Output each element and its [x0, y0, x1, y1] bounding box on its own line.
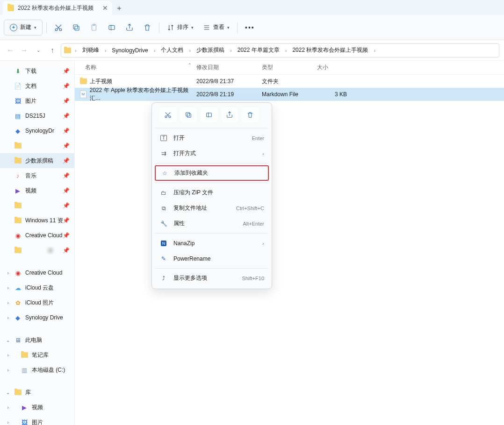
sidebar-item[interactable]: ♪ 音乐 📌: [0, 168, 74, 183]
pic-icon: 🖼: [14, 97, 22, 105]
context-menu-item[interactable]: ⤴ 显示更多选项 Shift+F10: [155, 270, 269, 286]
context-menu-item[interactable]: ✎ PowerRename: [155, 251, 269, 266]
chevron-down-icon[interactable]: ⌄: [5, 390, 11, 395]
sidebar-item[interactable]: ◉ Creative Cloud 📌: [0, 228, 74, 243]
breadcrumb-item[interactable]: 刘晓峰: [80, 45, 101, 56]
breadcrumb-item[interactable]: 2022 秋季发布会外媒上手视频: [290, 45, 370, 56]
sidebar-item[interactable]: ▶ 视频 📌: [0, 183, 74, 198]
md-icon: M: [79, 91, 87, 98]
menu-icon: 🗀: [159, 189, 168, 197]
sidebar-thispc[interactable]: ⌄ 🖥 此电脑: [0, 333, 74, 347]
up-button[interactable]: ↑: [47, 43, 58, 57]
menu-label: 复制文件地址: [173, 204, 230, 212]
sidebar-label: iCloud 照片: [25, 299, 74, 307]
context-menu-quick-actions: [155, 106, 269, 126]
column-header-size[interactable]: 大小: [317, 64, 354, 71]
file-row[interactable]: M2022 年 Apple 秋季发布会外媒上手视频汇… 2022/9/8 21:…: [75, 88, 504, 101]
sidebar-item[interactable]: ⬇ 下载 📌: [0, 64, 74, 78]
icphoto-icon: ✿: [14, 299, 22, 306]
sidebar-group[interactable]: › ✿ iCloud 照片: [0, 295, 74, 310]
sidebar-item[interactable]: 🖼 图片 📌: [0, 93, 74, 108]
more-button[interactable]: •••: [241, 19, 259, 36]
list-icon: [203, 24, 210, 31]
svg-rect-3: [73, 25, 78, 29]
context-menu-item[interactable]: ⇉ 打开方式 ›: [155, 146, 269, 161]
context-menu-item[interactable]: ☆ 添加到收藏夹: [155, 165, 269, 181]
folder-icon: [14, 142, 22, 149]
chevron-right-icon[interactable]: ›: [5, 285, 11, 290]
context-menu-item[interactable]: N NanaZip ›: [155, 235, 269, 251]
sidebar-item[interactable]: › ▥ 本地磁盘 (C:): [0, 362, 74, 377]
sidebar-item[interactable]: 📌: [0, 198, 74, 213]
chevron-right-icon[interactable]: ›: [5, 270, 11, 276]
context-menu-item[interactable]: T 打开 Enter: [155, 130, 269, 146]
close-tab-button[interactable]: ✕: [101, 4, 108, 12]
breadcrumb-item[interactable]: 2022 年单篇文章: [236, 45, 281, 56]
separator: [46, 22, 47, 33]
chevron-down-icon[interactable]: ⌄: [5, 338, 11, 343]
share-button[interactable]: [221, 107, 238, 122]
pin-icon: 📌: [63, 157, 70, 164]
breadcrumb-item[interactable]: 少数派撰稿: [194, 45, 226, 56]
sidebar-label: Creative Cloud: [25, 269, 74, 276]
context-menu-item[interactable]: 🔧 属性 Alt+Enter: [155, 216, 269, 231]
breadcrumb-item[interactable]: SynologyDrive: [110, 46, 150, 55]
sidebar-item[interactable]: 少数派撰稿 📌: [0, 153, 74, 168]
cut-button[interactable]: [50, 19, 66, 36]
recent-dropdown[interactable]: ⌄: [33, 43, 44, 57]
separator: [237, 22, 238, 33]
context-menu-item[interactable]: ⧉ 复制文件地址 Ctrl+Shift+C: [155, 200, 269, 216]
sidebar-item[interactable]: › ▶ 视频: [0, 400, 74, 415]
breadcrumb-item[interactable]: 个人文档: [159, 45, 185, 56]
copy-button[interactable]: [68, 19, 84, 36]
sidebar-group[interactable]: › ☁ iCloud 云盘: [0, 280, 74, 295]
sidebar-item[interactable]: ▤ DS215J 📌: [0, 108, 74, 123]
active-tab[interactable]: 2022 秋季发布会外媒上手视频 ✕: [3, 1, 112, 15]
view-button[interactable]: 查看 ▾: [199, 19, 233, 36]
sidebar-item[interactable]: 📌: [0, 138, 74, 153]
sidebar-item[interactable]: 接 📌: [0, 243, 74, 258]
column-header-type[interactable]: 类型: [262, 64, 317, 71]
sort-button[interactable]: 排序 ▾: [163, 19, 197, 36]
back-button[interactable]: ←: [5, 43, 16, 57]
sidebar-library[interactable]: ⌄ 库: [0, 385, 74, 400]
rename-button[interactable]: [201, 107, 217, 122]
file-row[interactable]: 上手视频 2022/9/8 21:37 文件夹: [75, 75, 504, 88]
context-menu-item[interactable]: 🗀 压缩为 ZIP 文件: [155, 185, 269, 200]
column-header-name[interactable]: 名称⌃: [75, 64, 196, 71]
delete-button[interactable]: [242, 107, 259, 122]
context-menu: T 打开 Enter ⇉ 打开方式 › ☆ 添加到收藏夹 🗀 压缩为 ZIP 文…: [151, 102, 272, 289]
new-tab-button[interactable]: +: [112, 2, 126, 15]
breadcrumb[interactable]: › 刘晓峰 › SynologyDrive › 个人文档 › 少数派撰稿 › 2…: [61, 43, 499, 57]
copy-button[interactable]: [180, 107, 197, 122]
sidebar-item[interactable]: › 🖼 图片: [0, 415, 74, 425]
sidebar-group[interactable]: › ◉ Creative Cloud: [0, 265, 74, 280]
paste-button[interactable]: [86, 19, 102, 36]
chevron-right-icon[interactable]: ›: [5, 368, 11, 373]
chevron-right-icon: ›: [103, 48, 108, 53]
chevron-right-icon[interactable]: ›: [5, 353, 11, 358]
file-type: Markdown File: [262, 91, 317, 98]
cut-button[interactable]: [159, 107, 176, 122]
sidebar-item[interactable]: › 笔记库: [0, 347, 74, 362]
separator: [156, 268, 268, 269]
delete-button[interactable]: [139, 19, 155, 36]
chevron-right-icon[interactable]: ›: [5, 315, 11, 320]
chevron-right-icon[interactable]: ›: [5, 300, 11, 305]
chevron-right-icon: ›: [262, 241, 264, 246]
pin-icon: 📌: [63, 187, 70, 194]
pin-icon: 📌: [63, 113, 70, 119]
sidebar-item[interactable]: ◆ SynologyDr 📌: [0, 123, 74, 138]
folder-icon: [14, 247, 22, 254]
forward-button[interactable]: →: [19, 43, 30, 57]
column-header-date[interactable]: 修改日期: [196, 64, 262, 71]
chevron-right-icon[interactable]: ›: [5, 420, 11, 425]
sidebar-group[interactable]: › ◆ Synology Drive: [0, 310, 74, 325]
rename-button[interactable]: [104, 19, 120, 36]
menu-label: 添加到收藏夹: [174, 169, 263, 177]
sidebar-item[interactable]: 📄 文档 📌: [0, 78, 74, 93]
share-button[interactable]: [122, 19, 137, 36]
chevron-right-icon[interactable]: ›: [5, 405, 11, 410]
sidebar-item[interactable]: Windows 11 资 📌: [0, 213, 74, 228]
new-button[interactable]: + 新建 ▾: [4, 20, 43, 35]
